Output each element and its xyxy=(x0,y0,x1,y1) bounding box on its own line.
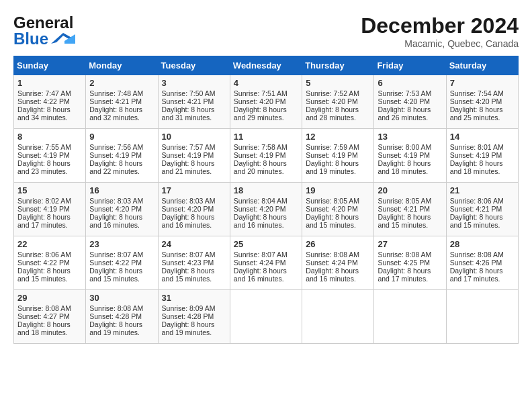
daylight-label: Daylight: 8 hours and 19 minutes. xyxy=(89,320,142,336)
sunset-label: Sunset: 4:22 PM xyxy=(17,259,70,267)
sunrise-label: Sunrise: 8:07 AM xyxy=(234,250,287,259)
calendar-cell: 13Sunrise: 8:00 AMSunset: 4:19 PMDayligh… xyxy=(374,129,446,183)
daylight-label: Daylight: 8 hours and 17 minutes. xyxy=(17,213,71,229)
daylight-label: Daylight: 8 hours and 18 minutes. xyxy=(17,320,71,336)
day-number: 12 xyxy=(306,132,370,142)
sunset-label: Sunset: 4:20 PM xyxy=(450,97,502,105)
calendar-table: SundayMondayTuesdayWednesdayThursdayFrid… xyxy=(13,56,519,344)
sunset-label: Sunset: 4:19 PM xyxy=(17,151,70,159)
day-number: 20 xyxy=(378,185,442,195)
daylight-label: Daylight: 8 hours and 19 minutes. xyxy=(162,320,215,336)
calendar-cell: 3Sunrise: 7:50 AMSunset: 4:21 PMDaylight… xyxy=(158,75,230,129)
day-number: 6 xyxy=(378,78,442,88)
calendar-week-1: 1Sunrise: 7:47 AMSunset: 4:22 PMDaylight… xyxy=(14,75,519,129)
sunrise-label: Sunrise: 8:07 AM xyxy=(89,250,143,259)
calendar-cell: 11Sunrise: 7:58 AMSunset: 4:19 PMDayligh… xyxy=(230,129,302,183)
title-block: December 2024 Macamic, Quebec, Canada xyxy=(361,13,519,49)
calendar-cell: 21Sunrise: 8:06 AMSunset: 4:21 PMDayligh… xyxy=(446,183,518,236)
day-number: 1 xyxy=(17,78,82,88)
calendar-cell: 17Sunrise: 8:03 AMSunset: 4:20 PMDayligh… xyxy=(158,183,230,236)
day-number: 16 xyxy=(89,185,154,195)
sunrise-label: Sunrise: 8:04 AM xyxy=(234,197,287,205)
day-number: 26 xyxy=(306,239,370,249)
logo-general: General xyxy=(13,13,73,32)
daylight-label: Daylight: 8 hours and 17 minutes. xyxy=(450,267,503,283)
calendar-cell: 27Sunrise: 8:08 AMSunset: 4:25 PMDayligh… xyxy=(374,236,446,290)
day-number: 11 xyxy=(234,132,298,142)
calendar-cell: 29Sunrise: 8:08 AMSunset: 4:27 PMDayligh… xyxy=(14,290,86,344)
calendar-cell: 24Sunrise: 8:07 AMSunset: 4:23 PMDayligh… xyxy=(158,236,230,290)
day-number: 14 xyxy=(450,132,515,142)
daylight-label: Daylight: 8 hours and 15 minutes. xyxy=(378,213,431,229)
sunset-label: Sunset: 4:21 PM xyxy=(162,97,214,105)
calendar-cell: 8Sunrise: 7:55 AMSunset: 4:19 PMDaylight… xyxy=(14,129,86,183)
sunset-label: Sunset: 4:22 PM xyxy=(89,259,142,267)
day-number: 28 xyxy=(450,239,515,249)
sunrise-label: Sunrise: 8:05 AM xyxy=(378,197,431,205)
day-number: 9 xyxy=(89,132,154,142)
calendar-cell: 26Sunrise: 8:08 AMSunset: 4:24 PMDayligh… xyxy=(302,236,374,290)
calendar-cell: 18Sunrise: 8:04 AMSunset: 4:20 PMDayligh… xyxy=(230,183,302,236)
sunrise-label: Sunrise: 8:08 AM xyxy=(378,250,431,259)
daylight-label: Daylight: 8 hours and 19 minutes. xyxy=(306,159,359,175)
daylight-label: Daylight: 8 hours and 32 minutes. xyxy=(89,105,142,122)
sunset-label: Sunset: 4:21 PM xyxy=(450,205,502,213)
sunset-label: Sunset: 4:28 PM xyxy=(162,312,214,320)
day-number: 8 xyxy=(17,132,82,142)
sunrise-label: Sunrise: 7:54 AM xyxy=(450,89,504,97)
calendar-cell: 30Sunrise: 8:08 AMSunset: 4:28 PMDayligh… xyxy=(86,290,158,344)
sunrise-label: Sunrise: 7:56 AM xyxy=(89,143,143,151)
daylight-label: Daylight: 8 hours and 15 minutes. xyxy=(306,213,359,229)
day-number: 24 xyxy=(162,239,226,249)
sunset-label: Sunset: 4:22 PM xyxy=(17,97,70,105)
sunset-label: Sunset: 4:20 PM xyxy=(162,205,214,213)
daylight-label: Daylight: 8 hours and 15 minutes. xyxy=(17,267,71,283)
daylight-label: Daylight: 8 hours and 26 minutes. xyxy=(378,105,431,122)
daylight-label: Daylight: 8 hours and 16 minutes. xyxy=(234,267,287,283)
day-number: 10 xyxy=(162,132,226,142)
day-number: 4 xyxy=(234,78,298,88)
sunset-label: Sunset: 4:25 PM xyxy=(378,259,430,267)
calendar-cell: 31Sunrise: 8:09 AMSunset: 4:28 PMDayligh… xyxy=(158,290,230,344)
sunset-label: Sunset: 4:20 PM xyxy=(306,205,358,213)
calendar-cell: 15Sunrise: 8:02 AMSunset: 4:19 PMDayligh… xyxy=(14,183,86,236)
day-number: 25 xyxy=(234,239,298,249)
sunset-label: Sunset: 4:20 PM xyxy=(378,97,430,105)
calendar-cell xyxy=(446,290,518,344)
daylight-label: Daylight: 8 hours and 34 minutes. xyxy=(17,105,71,122)
daylight-label: Daylight: 8 hours and 31 minutes. xyxy=(162,105,215,122)
calendar-week-2: 8Sunrise: 7:55 AMSunset: 4:19 PMDaylight… xyxy=(14,129,519,183)
calendar-cell: 20Sunrise: 8:05 AMSunset: 4:21 PMDayligh… xyxy=(374,183,446,236)
day-number: 18 xyxy=(234,185,298,195)
daylight-label: Daylight: 8 hours and 18 minutes. xyxy=(450,159,503,175)
sunrise-label: Sunrise: 8:00 AM xyxy=(378,143,431,151)
col-header-wednesday: Wednesday xyxy=(230,56,302,75)
col-header-monday: Monday xyxy=(86,56,158,75)
calendar-cell: 1Sunrise: 7:47 AMSunset: 4:22 PMDaylight… xyxy=(14,75,86,129)
sunset-label: Sunset: 4:23 PM xyxy=(162,259,214,267)
calendar-cell: 14Sunrise: 8:01 AMSunset: 4:19 PMDayligh… xyxy=(446,129,518,183)
sunrise-label: Sunrise: 8:07 AM xyxy=(162,250,216,259)
daylight-label: Daylight: 8 hours and 15 minutes. xyxy=(162,267,215,283)
calendar-cell: 10Sunrise: 7:57 AMSunset: 4:19 PMDayligh… xyxy=(158,129,230,183)
daylight-label: Daylight: 8 hours and 16 minutes. xyxy=(162,213,215,229)
calendar-cell: 25Sunrise: 8:07 AMSunset: 4:24 PMDayligh… xyxy=(230,236,302,290)
sunrise-label: Sunrise: 8:03 AM xyxy=(89,197,143,205)
day-number: 29 xyxy=(17,293,82,303)
sunset-label: Sunset: 4:20 PM xyxy=(234,205,286,213)
day-number: 30 xyxy=(89,293,154,303)
sunrise-label: Sunrise: 7:53 AM xyxy=(378,89,431,97)
calendar-cell: 4Sunrise: 7:51 AMSunset: 4:20 PMDaylight… xyxy=(230,75,302,129)
calendar-week-3: 15Sunrise: 8:02 AMSunset: 4:19 PMDayligh… xyxy=(14,183,519,236)
sunset-label: Sunset: 4:19 PM xyxy=(306,151,358,159)
calendar-cell: 16Sunrise: 8:03 AMSunset: 4:20 PMDayligh… xyxy=(86,183,158,236)
col-header-sunday: Sunday xyxy=(14,56,86,75)
daylight-label: Daylight: 8 hours and 15 minutes. xyxy=(450,213,503,229)
sunset-label: Sunset: 4:19 PM xyxy=(89,151,142,159)
sunrise-label: Sunrise: 8:08 AM xyxy=(17,304,71,312)
calendar-cell: 23Sunrise: 8:07 AMSunset: 4:22 PMDayligh… xyxy=(86,236,158,290)
daylight-label: Daylight: 8 hours and 29 minutes. xyxy=(234,105,287,122)
daylight-label: Daylight: 8 hours and 21 minutes. xyxy=(162,159,215,175)
sunset-label: Sunset: 4:27 PM xyxy=(17,312,70,320)
daylight-label: Daylight: 8 hours and 28 minutes. xyxy=(306,105,359,122)
